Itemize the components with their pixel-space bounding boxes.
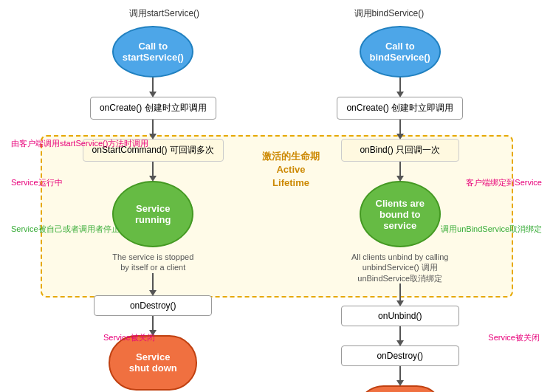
bind-service-box: Call to bindService()	[360, 26, 441, 78]
service-running-box: Service running	[112, 181, 193, 247]
annotation-stopped: Service被自己或者调用者停止	[11, 224, 120, 235]
annotation-running: Service运行中	[11, 177, 63, 188]
arrow-r4	[399, 283, 401, 301]
arrow-r1	[399, 78, 401, 92]
left-oncreate: onCreate() 创建时立即调用	[90, 97, 216, 120]
unbind-text: All clients unbind by calling unbindServ…	[341, 252, 459, 283]
right-onunbind: onUnbind()	[341, 306, 459, 326]
left-top-label: 调用startService()	[129, 7, 199, 20]
arrow-2	[152, 120, 154, 134]
right-shutdown-box: Service shut down	[356, 385, 444, 392]
arrow-4	[152, 273, 154, 291]
arrow-r6	[399, 366, 401, 381]
annotation-unbind: 调用unBindService取消绑定	[441, 224, 542, 235]
arrow-r3	[399, 162, 401, 176]
stopped-text: The service is stopped by itself or a cl…	[112, 252, 193, 273]
arrow-1	[152, 78, 154, 92]
arrow-r5	[399, 326, 401, 341]
annotation-bound: 客户端绑定到Service	[466, 177, 542, 188]
left-ondestroy: onDestroy()	[94, 295, 212, 316]
active-lifetime-label: 激活的生命期 Active Lifetime	[262, 150, 320, 190]
clients-bound-box: Clients are bound to service	[360, 181, 441, 247]
annotation-right-closed: Service被关闭	[488, 332, 540, 343]
arrow-5	[152, 316, 154, 331]
arrow-3	[152, 162, 154, 176]
annotation-start-service: 由客户端调用startService()方法时调用	[11, 138, 148, 149]
right-ondestroy: onDestroy()	[341, 345, 459, 366]
right-oncreate: onCreate() 创建时立即调用	[337, 97, 463, 120]
arrow-r2	[399, 120, 401, 134]
annotation-left-closed: Service被关闭	[103, 332, 155, 343]
onbind-box: onBind() 只回调一次	[341, 139, 459, 162]
diagram-container: 调用startService() 调用bindService() 激活的生命期 …	[0, 0, 553, 392]
right-top-label: 调用bindService()	[354, 7, 425, 20]
right-column: Call to bindService() onCreate() 创建时立即调用…	[282, 26, 518, 392]
start-service-box: Call to startService()	[112, 26, 193, 78]
